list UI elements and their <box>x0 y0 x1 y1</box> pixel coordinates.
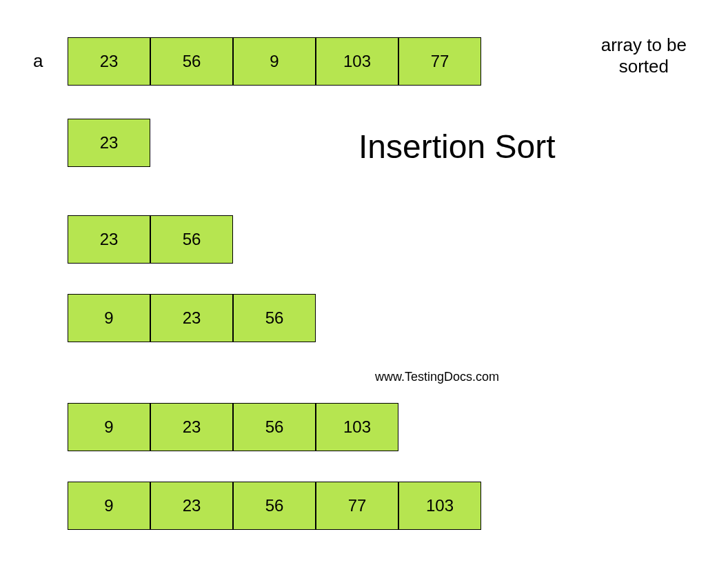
array-cell: 77 <box>316 482 398 530</box>
array-cell: 56 <box>150 215 233 264</box>
array-description: array to be sorted <box>601 34 687 77</box>
array-cell: 9 <box>68 294 150 342</box>
array-row-step1: 23 <box>68 119 150 167</box>
array-cell: 9 <box>68 403 150 451</box>
array-cell: 9 <box>233 37 316 86</box>
array-cell: 56 <box>233 294 316 342</box>
array-description-line2: sorted <box>619 56 669 77</box>
array-cell: 103 <box>316 403 398 451</box>
array-cell: 23 <box>68 215 150 264</box>
array-cell: 103 <box>398 482 481 530</box>
array-cell: 56 <box>150 37 233 86</box>
array-row-final: 9 23 56 77 103 <box>68 482 481 530</box>
array-cell: 23 <box>150 403 233 451</box>
array-row-initial: 23 56 9 103 77 <box>68 37 481 86</box>
array-cell: 56 <box>233 482 316 530</box>
array-row-step3: 9 23 56 <box>68 294 316 342</box>
diagram-title: Insertion Sort <box>358 128 555 166</box>
array-cell: 23 <box>150 294 233 342</box>
array-cell: 23 <box>68 119 150 167</box>
array-cell: 56 <box>233 403 316 451</box>
array-cell: 77 <box>398 37 481 86</box>
array-description-line1: array to be <box>601 34 687 55</box>
array-row-step4: 9 23 56 103 <box>68 403 398 451</box>
array-row-step2: 23 56 <box>68 215 233 264</box>
array-cell: 103 <box>316 37 398 86</box>
source-credit: www.TestingDocs.com <box>375 370 499 384</box>
array-variable-label: a <box>33 50 43 72</box>
array-cell: 23 <box>68 37 150 86</box>
array-cell: 23 <box>150 482 233 530</box>
array-cell: 9 <box>68 482 150 530</box>
